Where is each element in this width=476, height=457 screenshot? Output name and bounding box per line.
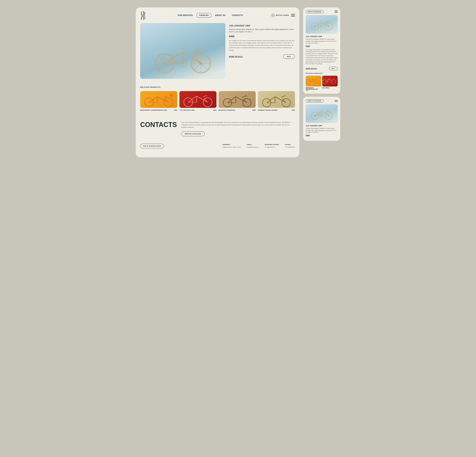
- svg-line-71: [322, 21, 322, 23]
- nav-catalog[interactable]: CATALOG: [196, 13, 212, 18]
- sidebar-more-details-1[interactable]: MORE DETAILS: [306, 68, 317, 69]
- sidebar-hamburger-1[interactable]: [335, 11, 338, 13]
- nav-contacts[interactable]: CONTACTS: [229, 13, 246, 18]
- back-to-catalog-btn-2[interactable]: BACK TO CATALOG: [306, 99, 323, 102]
- product-thumb-4: [258, 91, 295, 108]
- footer-hours: Working hours on appointment: [264, 144, 279, 148]
- watch-video-button[interactable]: WATCH VIDEO: [271, 14, 289, 17]
- sidebar-related-thumb-2: [322, 76, 338, 86]
- svg-rect-37: [170, 94, 173, 97]
- svg-line-49: [236, 97, 247, 103]
- address-value: Vagonu iela 21, Riga, Latvia: [222, 146, 241, 148]
- svg-line-45: [203, 96, 207, 97]
- nav-links: OUR SERVICES CATALOG ABOUT US CONTACTS: [152, 13, 268, 18]
- svg-line-21: [195, 55, 201, 63]
- product-card-row-2: JAN JANSSEN 1988 €165: [179, 109, 216, 111]
- sidebar-product-title-1: JAN JANSSEN 1988: [306, 35, 338, 37]
- product-card-4[interactable]: DIAMANT RUBIN LEGERE €590: [258, 91, 295, 111]
- svg-point-75: [328, 26, 329, 27]
- contacts-description: Now, with focused attention, it is growi…: [181, 121, 295, 128]
- product-card-1[interactable]: BERGAMONT GRANDURANCE RD3 €695: [140, 91, 177, 111]
- sidebar-card-2-header: BACK TO CATALOG: [306, 99, 338, 102]
- sidebar-actions-1: MORE DETAILS BUY: [306, 67, 338, 70]
- email-label: Email: [247, 144, 259, 145]
- svg-line-79: [313, 79, 317, 82]
- footer-info: Address Vagonu iela 21, Riga, Latvia Ema…: [169, 144, 295, 148]
- contacts-section: CONTACTS Now, with focused attention, it…: [136, 115, 299, 141]
- product-long-description: Our voyage into the realm of two-wheeled…: [229, 40, 295, 51]
- svg-point-74: [314, 26, 315, 27]
- svg-line-36: [164, 96, 168, 97]
- menu-hamburger[interactable]: [291, 14, 295, 17]
- svg-line-41: [196, 96, 208, 102]
- sidebar-related-price-1: €695: [306, 90, 321, 91]
- product-card-name-1: BERGAMONT GRANDURANCE RD3: [140, 109, 167, 111]
- product-card-name-3: BATAVUS CHAMPION: [219, 109, 235, 111]
- sidebar-product-title-2: JAN JANSSEN 1988: [306, 125, 338, 127]
- contacts-title: CONTACTS: [140, 121, 177, 128]
- nav-right: WATCH VIDEO: [271, 14, 295, 17]
- see-maps-button[interactable]: SEE IN GOOGLE MAPS: [140, 144, 164, 148]
- svg-line-25: [182, 49, 183, 52]
- contacts-content: Now, with focused attention, it is growi…: [181, 121, 295, 136]
- svg-line-61: [281, 96, 285, 97]
- sidebar-product-desc-2: Shimano 600 groupset, Wobbler SC, kept i…: [306, 127, 338, 134]
- sidebar-card-1: BACK TO CATALOG: [303, 8, 340, 94]
- sidebar-bike-image-1: [306, 15, 338, 34]
- sidebar-product-price-1: €460: [306, 45, 338, 47]
- svg-point-100: [314, 115, 315, 116]
- phone-label: Phone: [285, 144, 295, 145]
- sidebar-related-thumb-1: [306, 76, 321, 86]
- sidebar-card-2: BACK TO CATALOG: [303, 97, 340, 141]
- main-card: OUR SERVICES CATALOG ABOUT US CONTACTS W…: [136, 8, 299, 157]
- product-card-price-2: €165: [213, 109, 216, 111]
- svg-line-57: [275, 97, 286, 103]
- hero-info: JAN JANSSEN 1988 Shimano 600 groupset, W…: [229, 23, 295, 79]
- back-to-catalog-btn-1[interactable]: BACK TO CATALOG: [306, 10, 323, 13]
- product-card-price-3: €295: [252, 109, 256, 111]
- products-grid: BERGAMONT GRANDURANCE RD3 €695: [140, 91, 295, 111]
- product-card-2[interactable]: JAN JANSSEN 1988 €165: [179, 91, 216, 111]
- sidebar-related-item-1[interactable]: BERGAMONT GRANDURANCE RD3 €695: [306, 76, 321, 91]
- sidebar-related-name-1: BERGAMONT GRANDURANCE RD3: [306, 87, 321, 90]
- product-title: JAN JANSSEN 1988: [229, 25, 295, 27]
- product-thumb-1: [140, 91, 177, 108]
- related-products-section: RELATED PRODUCTS: [136, 83, 299, 115]
- watch-catalog-button[interactable]: WATCH CATALOG: [181, 131, 204, 136]
- phone-value: +37120525979: [285, 146, 295, 148]
- nav-our-services[interactable]: OUR SERVICES: [175, 13, 196, 18]
- svg-marker-0: [272, 15, 273, 16]
- product-card-row-1: BERGAMONT GRANDURANCE RD3 €695: [140, 109, 177, 111]
- sidebar-hamburger-2[interactable]: [335, 100, 338, 102]
- svg-point-101: [328, 115, 329, 116]
- product-card-name-2: JAN JANSSEN 1988: [179, 109, 195, 111]
- nav-about-us[interactable]: ABOUT US: [212, 13, 228, 18]
- product-card-3[interactable]: BATAVUS CHAMPION €295: [219, 91, 256, 111]
- svg-line-32: [157, 97, 169, 102]
- svg-line-97: [322, 110, 322, 112]
- product-card-row-4: DIAMANT RUBIN LEGERE €590: [258, 109, 295, 111]
- hours-label: Working hours: [264, 144, 279, 145]
- product-card-price-4: €590: [291, 109, 295, 111]
- email-value: hello@novenga.lv: [247, 146, 259, 148]
- buy-button[interactable]: BUY: [283, 54, 295, 59]
- svg-line-22: [194, 51, 198, 53]
- sidebar-related-name-2: JAN JANSS...: [322, 87, 338, 88]
- footer-address: Address Vagonu iela 21, Riga, Latvia: [222, 144, 241, 148]
- footer-phone: Phone +37120525979: [285, 144, 295, 148]
- sidebar-related-item-2[interactable]: JAN JANSS...: [322, 76, 338, 91]
- product-description: Shimano 600 groupset, Wobbler SC, kept i…: [229, 28, 295, 33]
- sidebar-buy-btn-1[interactable]: BUY: [329, 67, 338, 70]
- product-price: €460: [229, 35, 295, 38]
- product-thumb-2: [179, 91, 216, 108]
- sidebar-product-desc-1: Shimano 600 groupset, Wobbler SC, kept i…: [306, 38, 338, 44]
- product-card-price-1: €695: [174, 109, 177, 111]
- more-details-link[interactable]: MORE DETAILS: [229, 56, 243, 58]
- product-card-row-3: BATAVUS CHAMPION €295: [219, 109, 256, 111]
- sidebar-product-long-desc-1: Our voyage into the realm of two-wheeled…: [306, 49, 338, 65]
- svg-line-53: [242, 96, 247, 97]
- hero-image: [140, 23, 225, 79]
- related-label: RELATED PRODUCTS: [140, 86, 295, 88]
- sidebar-product-price-2: €460: [306, 135, 338, 137]
- logo[interactable]: [140, 11, 146, 20]
